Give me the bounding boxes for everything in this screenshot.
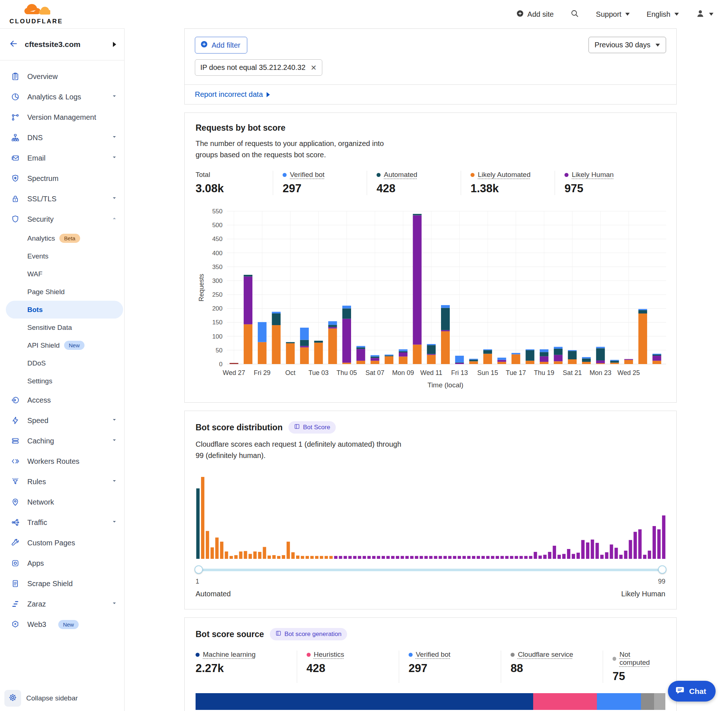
add-filter-button[interactable]: Add filter bbox=[195, 37, 247, 53]
sidebar-item-network[interactable]: Network bbox=[0, 492, 124, 512]
svg-text:200: 200 bbox=[212, 305, 223, 312]
slider-track[interactable] bbox=[196, 569, 665, 571]
slider-handle-max[interactable] bbox=[658, 565, 666, 574]
bolt-icon bbox=[11, 416, 20, 425]
sidebar-subitem-settings[interactable]: Settings bbox=[0, 372, 124, 390]
svg-text:Thu 19: Thu 19 bbox=[534, 369, 554, 376]
sidebar-subitem-sensitive-data[interactable]: Sensitive Data bbox=[0, 319, 124, 336]
sidebar-item-apps[interactable]: Apps bbox=[0, 553, 124, 573]
lock-icon bbox=[11, 195, 20, 203]
date-range-dropdown[interactable]: Previous 30 days bbox=[589, 37, 666, 53]
funnel-icon bbox=[11, 477, 20, 486]
svg-text:Tue 17: Tue 17 bbox=[506, 369, 526, 376]
legend-dot-icon bbox=[613, 657, 616, 661]
sidebar-item-web3[interactable]: Web3New bbox=[0, 614, 124, 634]
legend-dot-icon bbox=[409, 653, 413, 657]
bot-score-histogram bbox=[196, 472, 665, 561]
svg-text:Wed 25: Wed 25 bbox=[617, 369, 640, 376]
sidebar-subitem-page-shield[interactable]: Page Shield bbox=[0, 283, 124, 301]
sidebar-item-overview[interactable]: Overview bbox=[0, 66, 124, 87]
bot-score-badge[interactable]: Bot Score bbox=[288, 421, 336, 434]
sidebar-subitem-ddos[interactable]: DDoS bbox=[0, 354, 124, 372]
legend-dot-icon bbox=[564, 173, 569, 177]
sidebar-item-custom-pages[interactable]: Custom Pages bbox=[0, 533, 124, 553]
search-button[interactable] bbox=[570, 9, 579, 20]
legend-dot-icon bbox=[196, 653, 199, 657]
sidebar-item-rules[interactable]: Rules bbox=[0, 472, 124, 492]
sidebar-item-version-management[interactable]: Version Management bbox=[0, 107, 124, 127]
collapse-sidebar-button[interactable]: Collapse sidebar bbox=[4, 690, 78, 707]
sidebar-subitem-api-shield[interactable]: API ShieldNew bbox=[0, 336, 124, 354]
sidebar: cftestsite3.com OverviewAnalytics & Logs… bbox=[0, 28, 124, 711]
site-name[interactable]: cftestsite3.com bbox=[25, 40, 80, 49]
account-menu[interactable] bbox=[696, 9, 713, 20]
sidebar-item-access[interactable]: Access bbox=[0, 390, 124, 410]
svg-text:50: 50 bbox=[216, 347, 223, 354]
sidebar-item-email[interactable]: Email bbox=[0, 148, 124, 168]
sidebar-item-security[interactable]: Security bbox=[0, 209, 124, 229]
chevron-down-icon bbox=[112, 478, 117, 485]
svg-text:Sat 07: Sat 07 bbox=[365, 369, 384, 376]
sidebar-item-ssl-tls[interactable]: SSL/TLS bbox=[0, 189, 124, 209]
site-expand-icon[interactable] bbox=[113, 42, 116, 47]
chevron-down-icon bbox=[112, 438, 117, 444]
pie-icon bbox=[11, 93, 20, 101]
doc-icon bbox=[11, 579, 20, 588]
shield-icon bbox=[11, 215, 20, 224]
filter-chip[interactable]: IP does not equal 35.212.240.32 ✕ bbox=[195, 59, 322, 76]
sidebar-item-analytics-logs[interactable]: Analytics & Logs bbox=[0, 87, 124, 107]
support-menu[interactable]: Support bbox=[596, 10, 630, 19]
bot-score-generation-badge[interactable]: Bot score generation bbox=[270, 628, 347, 640]
section-description: Cloudflare scores each request 1 (defini… bbox=[196, 439, 401, 461]
chevron-down-icon bbox=[675, 13, 679, 16]
svg-text:450: 450 bbox=[212, 236, 223, 242]
svg-text:350: 350 bbox=[212, 264, 223, 270]
sidebar-subitem-analytics[interactable]: AnalyticsBeta bbox=[0, 229, 124, 247]
remove-filter-icon[interactable]: ✕ bbox=[311, 64, 317, 71]
chevron-down-icon bbox=[112, 155, 117, 161]
svg-text:Fri 29: Fri 29 bbox=[254, 369, 270, 376]
sidebar-item-scrape-shield[interactable]: Scrape Shield bbox=[0, 573, 124, 594]
chevron-down-icon bbox=[625, 13, 630, 16]
apps-icon bbox=[11, 559, 20, 568]
svg-text:Requests: Requests bbox=[198, 274, 205, 301]
cloudflare-logo[interactable]: CLOUDFLARE bbox=[9, 3, 63, 25]
sidebar-item-spectrum[interactable]: Spectrum bbox=[0, 168, 124, 189]
svg-text:Sat 21: Sat 21 bbox=[563, 369, 582, 376]
sidebar-subitem-waf[interactable]: WAF bbox=[0, 265, 124, 283]
sidebar-item-zaraz[interactable]: Zaraz bbox=[0, 594, 124, 614]
svg-text:400: 400 bbox=[212, 250, 223, 257]
chevron-down-icon bbox=[709, 13, 713, 16]
sidebar-item-speed[interactable]: Speed bbox=[0, 410, 124, 431]
slider-handle-min[interactable] bbox=[195, 565, 203, 574]
sidebar-subitem-events[interactable]: Events bbox=[0, 247, 124, 265]
chevron-up-icon bbox=[112, 216, 117, 223]
sidebar-item-workers-routes[interactable]: Workers Routes bbox=[0, 451, 124, 472]
language-menu[interactable]: English bbox=[647, 10, 679, 19]
sidebar-item-traffic[interactable]: Traffic bbox=[0, 512, 124, 533]
legend-dot-icon bbox=[283, 173, 286, 177]
svg-text:500: 500 bbox=[212, 222, 223, 229]
sidebar-item-caching[interactable]: Caching bbox=[0, 431, 124, 451]
report-incorrect-data-link[interactable]: Report incorrect data bbox=[195, 90, 270, 99]
book-icon bbox=[294, 423, 300, 431]
add-site-button[interactable]: Add site bbox=[516, 9, 554, 19]
chevron-down-icon bbox=[112, 196, 117, 202]
server-icon bbox=[11, 437, 20, 445]
chat-button[interactable]: Chat bbox=[668, 681, 716, 702]
back-arrow-icon[interactable] bbox=[9, 39, 18, 50]
user-icon bbox=[696, 9, 705, 20]
chevron-down-icon bbox=[112, 601, 117, 607]
bot-score-source-card: Bot score source Bot score generation Ma… bbox=[184, 617, 677, 711]
sidebar-item-dns[interactable]: DNS bbox=[0, 127, 124, 148]
mail-icon bbox=[11, 153, 20, 162]
sidebar-subitem-bots[interactable]: Bots bbox=[6, 301, 123, 319]
settings-gear-button[interactable] bbox=[4, 690, 21, 707]
chevron-down-icon bbox=[112, 519, 117, 526]
legend-dot-icon bbox=[511, 653, 515, 657]
source-segment-cloudflare-service bbox=[641, 693, 654, 710]
chevron-down-icon bbox=[112, 134, 117, 141]
stat-value: 297 bbox=[283, 182, 359, 195]
stat-value: 297 bbox=[409, 662, 493, 675]
svg-text:Tue 03: Tue 03 bbox=[309, 369, 328, 376]
